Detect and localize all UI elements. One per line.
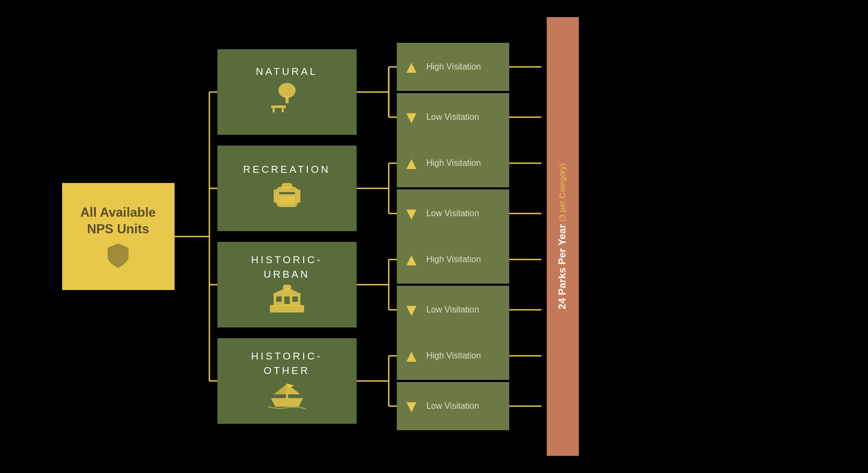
category-recreation-label: RECREATION [243,164,330,176]
diagram: All Available NPS Units NATURAL [59,6,809,467]
svg-rect-47 [292,296,298,302]
root-text: All Available NPS Units [80,204,156,237]
root-box: All Available NPS Units [62,183,175,290]
natural-icon-svg [266,81,308,113]
shield-icon [106,242,130,269]
visitation-historic-urban-high: ▲ High Visitation [397,235,509,284]
category-historic-other: HISTORIC- OTHER [217,338,357,424]
svg-rect-45 [276,296,282,302]
category-historic-other-label: HISTORIC- OTHER [251,349,322,378]
svg-rect-50 [286,384,288,399]
svg-rect-38 [282,183,292,188]
up-arrow-historic-other: ▲ [403,346,420,366]
high-visitation-historic-urban-label: High Visitation [426,255,481,264]
category-historic-urban: HISTORIC- URBAN [217,242,357,327]
up-arrow-historic-urban: ▲ [403,250,420,270]
svg-marker-52 [274,385,286,394]
category-historic-urban-label: HISTORIC- URBAN [251,253,322,281]
down-arrow-recreation: ▼ [403,204,420,224]
low-visitation-recreation-label: Low Visitation [426,209,479,218]
visitation-recreation-low: ▼ Low Visitation [397,189,509,238]
svg-rect-40 [279,196,295,204]
high-visitation-historic-other-label: High Visitation [426,351,481,361]
category-natural-icon [266,81,308,118]
down-arrow-natural: ▼ [403,108,420,127]
visitation-recreation-high: ▲ High Visitation [397,139,509,187]
up-arrow-natural: ▲ [403,57,420,77]
right-bar: 24 Parks Per Year (3 per Category) [547,17,579,456]
category-natural: NATURAL [217,49,357,135]
category-historic-other-icon [266,381,308,413]
svg-rect-39 [279,192,295,194]
category-recreation: RECREATION [217,146,357,231]
svg-rect-33 [285,96,289,103]
category-historic-urban-icon [266,285,308,316]
svg-rect-46 [284,296,290,304]
visitation-historic-other-high: ▲ High Visitation [397,332,509,380]
recreation-icon-svg [268,179,306,211]
low-visitation-historic-urban-label: Low Visitation [426,305,479,315]
svg-rect-34 [271,105,286,108]
svg-rect-43 [270,305,304,312]
visitation-natural-low: ▼ Low Visitation [397,93,509,141]
right-bar-label: 24 Parks Per Year (3 per Category) [555,163,570,309]
up-arrow-recreation: ▲ [403,154,420,173]
high-visitation-recreation-label: High Visitation [426,158,481,168]
svg-point-32 [278,83,296,98]
svg-rect-42 [297,189,300,203]
svg-rect-35 [273,108,275,112]
category-recreation-icon [268,179,306,213]
low-visitation-natural-label: Low Visitation [426,112,479,122]
historic-urban-icon-svg [266,285,308,314]
visitation-natural-high: ▲ High Visitation [397,43,509,91]
down-arrow-historic-urban: ▼ [403,300,420,320]
low-visitation-historic-other-label: Low Visitation [426,401,479,411]
svg-rect-36 [282,108,284,112]
down-arrow-historic-other: ▼ [403,396,420,416]
visitation-historic-other-low: ▼ Low Visitation [397,382,509,430]
visitation-historic-urban-low: ▼ Low Visitation [397,286,509,334]
diagram-outer: All Available NPS Units NATURAL [59,6,702,467]
category-natural-label: NATURAL [256,66,318,78]
historic-other-icon-svg [266,381,308,410]
high-visitation-natural-label: High Visitation [426,62,481,72]
svg-rect-41 [274,189,277,203]
